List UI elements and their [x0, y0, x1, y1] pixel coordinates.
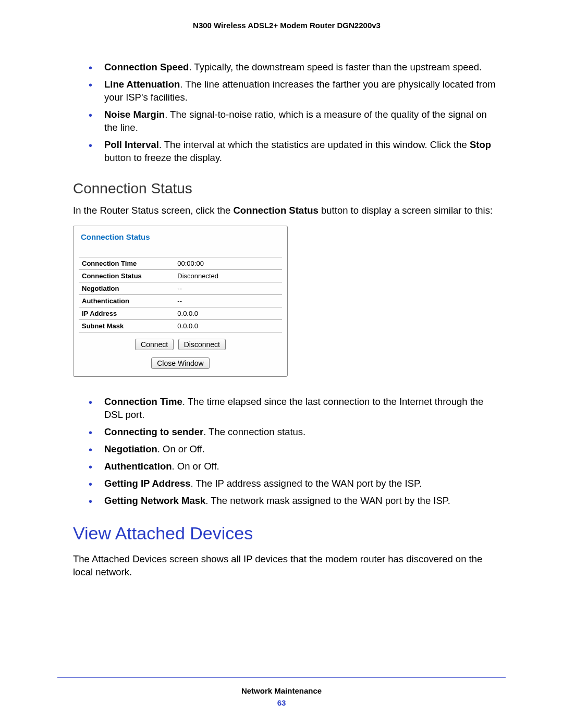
table-row: Connection StatusDisconnected [79, 269, 282, 282]
list-item: Getting Network Mask. The network mask a… [104, 495, 500, 508]
footer-page-number: 63 [0, 698, 563, 707]
document-header: N300 Wireless ADSL2+ Modem Router DGN220… [73, 21, 500, 30]
page-footer: Network Maintenance 63 [0, 677, 563, 707]
footer-chapter: Network Maintenance [0, 686, 563, 695]
list-item: Connecting to sender. The connection sta… [104, 426, 500, 439]
list-item: Connection Speed. Typically, the downstr… [104, 61, 500, 74]
table-row: Subnet Mask0.0.0.0 [79, 319, 282, 332]
definition-part2: button to freeze the display. [104, 152, 222, 163]
term: Getting Network Mask [104, 495, 205, 506]
section-heading-view-attached-devices: View Attached Devices [73, 523, 500, 544]
connection-status-panel: Connection Status Connection Time00:00:0… [73, 226, 288, 377]
footer-rule [57, 677, 506, 678]
table-row: Negotiation-- [79, 282, 282, 294]
definition: . On or Off. [172, 461, 219, 472]
definition: . The IP address assigned to the WAN por… [191, 478, 422, 489]
definition-part1: . The interval at which the statistics a… [159, 139, 470, 150]
feature-list-2: Connection Time. The time elapsed since … [73, 396, 500, 508]
cell-value: 00:00:00 [174, 257, 282, 269]
term: Authentication [104, 461, 172, 472]
close-window-button[interactable]: Close Window [151, 357, 209, 369]
cell-key: Subnet Mask [79, 319, 174, 332]
cell-key: IP Address [79, 307, 174, 319]
term: Poll Interval [104, 139, 159, 150]
list-item: Noise Margin. The signal-to-noise ratio,… [104, 108, 500, 134]
cell-key: Authentication [79, 294, 174, 307]
list-item: Line Attenuation. The line attenuation i… [104, 78, 500, 104]
ui-reference: Connection Status [233, 205, 318, 216]
list-item: Authentication. On or Off. [104, 460, 500, 473]
table-row: Connection Time00:00:00 [79, 257, 282, 269]
term: Connection Time [104, 396, 182, 407]
term: Line Attenuation [104, 79, 180, 90]
table-row: Authentication-- [79, 294, 282, 307]
section-heading-connection-status: Connection Status [73, 180, 500, 197]
list-item: Getting IP Address. The IP address assig… [104, 477, 500, 490]
definition: . On or Off. [157, 443, 205, 454]
text: In the Router Status screen, click the [73, 205, 233, 216]
list-item: Poll Interval. The interval at which the… [104, 139, 500, 165]
term: Getting IP Address [104, 478, 191, 489]
text: button to display a screen similar to th… [319, 205, 493, 216]
cell-value: 0.0.0.0 [174, 307, 282, 319]
list-item: Negotiation. On or Off. [104, 443, 500, 456]
list-item: Connection Time. The time elapsed since … [104, 396, 500, 422]
cell-key: Connection Status [79, 269, 174, 282]
term: Noise Margin [104, 109, 165, 120]
table-row: IP Address0.0.0.0 [79, 307, 282, 319]
connect-button[interactable]: Connect [135, 339, 174, 350]
definition: . The connection status. [203, 426, 305, 437]
section-body: The Attached Devices screen shows all IP… [73, 553, 500, 579]
term: Negotiation [104, 443, 157, 454]
cell-value: Disconnected [174, 269, 282, 282]
term-inline: Stop [470, 139, 491, 150]
cell-value: -- [174, 294, 282, 307]
term: Connecting to sender [104, 426, 203, 437]
disconnect-button[interactable]: Disconnect [178, 339, 226, 350]
cell-value: 0.0.0.0 [174, 319, 282, 332]
definition: . Typically, the downstream speed is fas… [189, 61, 482, 72]
cell-key: Negotiation [79, 282, 174, 294]
definition: . The network mask assigned to the WAN p… [205, 495, 450, 506]
panel-title: Connection Status [81, 232, 282, 241]
cell-key: Connection Time [79, 257, 174, 269]
feature-list-1: Connection Speed. Typically, the downstr… [73, 61, 500, 165]
section-intro: In the Router Status screen, click the C… [73, 204, 500, 217]
term: Connection Speed [104, 61, 189, 72]
cell-value: -- [174, 282, 282, 294]
status-table: Connection Time00:00:00 Connection Statu… [79, 257, 282, 332]
